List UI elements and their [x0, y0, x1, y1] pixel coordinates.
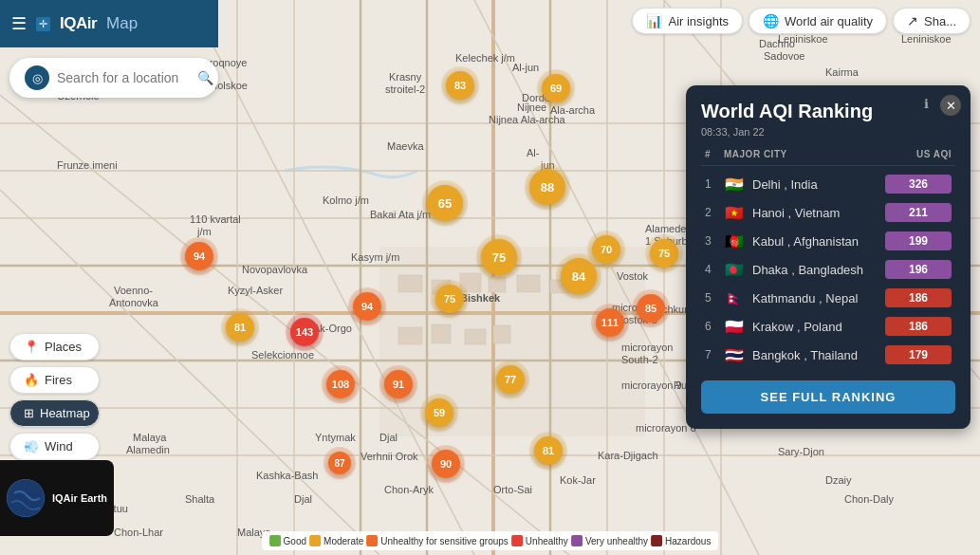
share-icon: ↗ — [907, 13, 918, 28]
aqi-marker[interactable]: 83 — [446, 71, 474, 100]
aqi-badge: 186 — [885, 288, 952, 307]
share-button[interactable]: ↗ Sha... — [893, 8, 971, 34]
svg-text:Voenno-: Voenno- — [114, 285, 153, 296]
svg-text:Sadovoe: Sadovoe — [764, 50, 804, 62]
aqi-marker[interactable]: 108 — [326, 370, 355, 398]
country-flag: 🇹🇭 — [724, 347, 745, 362]
ranking-row[interactable]: 7 🇹🇭 Bangkok , Thailand 179 — [701, 341, 955, 369]
svg-rect-29 — [432, 324, 451, 343]
legend-color — [269, 535, 281, 546]
wind-label: Wind — [45, 439, 73, 453]
world-air-quality-button[interactable]: 🌐 World air quality — [749, 8, 887, 34]
svg-text:Chon-Lhar: Chon-Lhar — [114, 527, 163, 538]
country-flag: 🇧🇩 — [724, 262, 745, 277]
legend-color — [511, 535, 523, 546]
aqi-legend: Good Moderate Unhealthy for sensitive gr… — [262, 531, 719, 550]
earth-icon — [7, 479, 45, 517]
aqi-marker[interactable]: 94 — [353, 292, 381, 321]
air-insights-button[interactable]: 📊 Air insights — [632, 8, 743, 34]
svg-text:Al-jun: Al-jun — [512, 62, 539, 73]
aqi-marker[interactable]: 84 — [561, 258, 597, 294]
city-name: Dhaka , Bangladesh — [752, 263, 863, 277]
col-num: # — [705, 149, 724, 159]
see-full-ranking-button[interactable]: SEE FULL RANKING — [701, 380, 955, 414]
aqi-badge: 179 — [885, 345, 952, 364]
legend-label: Hazardous — [665, 536, 711, 546]
country-flag: 🇮🇳 — [724, 176, 745, 192]
panel-info-button[interactable]: ℹ — [917, 95, 934, 112]
app-title-suffix: Map — [106, 14, 138, 33]
city-info: 🇵🇱 Krakow , Poland — [724, 319, 885, 334]
aqi-marker[interactable]: 70 — [592, 235, 620, 264]
aqi-marker[interactable]: 90 — [432, 450, 460, 478]
aqi-marker[interactable]: 69 — [542, 74, 570, 102]
aqi-marker[interactable]: 143 — [290, 318, 319, 346]
aqi-marker[interactable]: 81 — [534, 436, 563, 465]
svg-text:Djal: Djal — [379, 432, 398, 443]
city-name: Kathmandu , Nepal — [752, 291, 858, 305]
aqi-marker[interactable]: 87 — [328, 452, 351, 474]
legend-item: Very unhealthy — [571, 535, 648, 546]
aqi-marker[interactable]: 94 — [185, 242, 213, 270]
city-info: 🇧🇩 Dhaka , Bangladesh — [724, 262, 885, 277]
ranking-table: # MAJOR CITY US AQI 1 🇮🇳 Delhi , India 3… — [701, 149, 955, 369]
air-insights-label: Air insights — [668, 14, 729, 28]
legend-item: Unhealthy for sensitive groups — [366, 535, 508, 546]
legend-color — [309, 535, 321, 546]
aqi-marker[interactable]: 81 — [226, 313, 254, 342]
aqi-marker[interactable]: 111 — [596, 308, 624, 337]
places-label: Places — [45, 340, 82, 354]
aqi-marker[interactable]: 59 — [425, 398, 453, 427]
places-button[interactable]: 📍 Places — [9, 333, 100, 361]
heatmap-button[interactable]: ⊞ Heatmap — [9, 399, 100, 427]
hamburger-icon[interactable]: ☰ — [11, 13, 27, 34]
wind-button[interactable]: 💨 Wind — [9, 433, 100, 460]
ranking-row[interactable]: 4 🇧🇩 Dhaka , Bangladesh 196 — [701, 255, 955, 284]
ranking-row[interactable]: 6 🇵🇱 Krakow , Poland 186 — [701, 312, 955, 341]
svg-rect-30 — [465, 329, 486, 344]
svg-text:j/m: j/m — [196, 226, 212, 237]
legend-item: Unhealthy — [511, 535, 568, 546]
rank-number: 5 — [705, 291, 724, 305]
city-name: Delhi , India — [752, 177, 818, 192]
aqi-badge: 326 — [885, 175, 952, 194]
svg-text:Frunze imeni: Frunze imeni — [57, 159, 118, 171]
aqi-marker[interactable]: 65 — [427, 185, 463, 221]
earth-widget[interactable]: IQAir Earth — [0, 460, 114, 536]
ranking-row[interactable]: 2 🇻🇳 Hanoi , Vietnam 211 — [701, 198, 955, 227]
chart-icon: 📊 — [646, 13, 662, 28]
country-flag: 🇦🇫 — [724, 233, 745, 249]
aqi-marker[interactable]: 77 — [496, 365, 525, 394]
places-icon: 📍 — [24, 340, 39, 354]
fires-icon: 🔥 — [24, 373, 39, 387]
ranking-row[interactable]: 5 🇳🇵 Kathmandu , Nepal 186 — [701, 284, 955, 312]
ranking-row[interactable]: 3 🇦🇫 Kabul , Afghanistan 199 — [701, 227, 955, 255]
left-controls: 📍 Places 🔥 Fires ⊞ Heatmap 💨 Wind — [9, 333, 100, 460]
ranking-row[interactable]: 1 🇮🇳 Delhi , India 326 — [701, 170, 955, 198]
rank-number: 6 — [705, 320, 724, 333]
svg-text:Alamedin: Alamedin — [126, 444, 170, 455]
aqi-marker[interactable]: 75 — [650, 239, 678, 268]
heatmap-icon: ⊞ — [24, 406, 34, 420]
col-city: MAJOR CITY — [724, 149, 876, 159]
svg-text:Kairma: Kairma — [825, 66, 860, 78]
svg-text:Kyzyl-Asker: Kyzyl-Asker — [228, 285, 283, 296]
aqi-marker[interactable]: 85 — [637, 294, 665, 323]
fires-button[interactable]: 🔥 Fires — [9, 366, 100, 394]
aqi-badge: 211 — [885, 203, 952, 222]
svg-text:Verhnii Orok: Verhnii Orok — [361, 451, 418, 462]
svg-text:Nijnee: Nijnee — [517, 102, 546, 113]
panel-close-button[interactable]: ✕ — [940, 95, 961, 116]
svg-text:Leniniskoe: Leniniskoe — [901, 33, 952, 45]
aqi-marker[interactable]: 75 — [481, 239, 517, 275]
svg-rect-26 — [517, 275, 540, 292]
ranking-panel: ✕ ℹ World AQI Ranking 08:33, Jan 22 # MA… — [686, 85, 971, 429]
svg-rect-31 — [493, 325, 510, 343]
aqi-marker[interactable]: 88 — [529, 169, 565, 205]
aqi-marker[interactable]: 91 — [384, 370, 413, 398]
svg-text:Krasny: Krasny — [389, 71, 422, 83]
aqi-marker[interactable]: 75 — [435, 285, 464, 313]
search-input[interactable] — [57, 70, 190, 85]
svg-text:Dzaiy: Dzaiy — [825, 474, 852, 486]
svg-text:South-2: South-2 — [621, 354, 658, 365]
